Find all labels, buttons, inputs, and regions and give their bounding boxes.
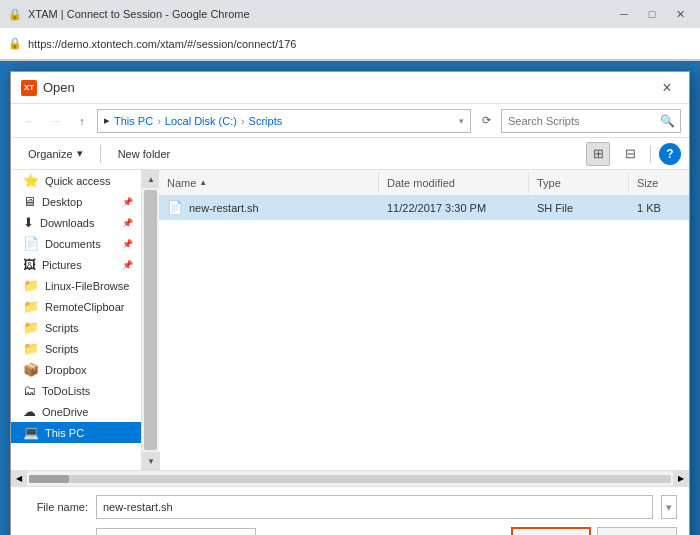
- breadcrumb-thispc[interactable]: This PC: [114, 115, 153, 127]
- thispc-icon: 💻: [23, 425, 39, 440]
- help-button[interactable]: ?: [659, 143, 681, 165]
- browser-addressbar: 🔒 https://demo.xtontech.com/xtam/#/sessi…: [0, 28, 700, 60]
- sidebar-item-scripts-2[interactable]: 📁 Scripts: [11, 338, 141, 359]
- folder-icon-2: 📁: [23, 299, 39, 314]
- sidebar: ⭐ Quick access 🖥 Desktop 📌 ⬇ Downloads 📌: [11, 170, 141, 470]
- hscroll-track: [29, 475, 671, 483]
- sidebar-item-remoteclipboard[interactable]: 📁 RemoteClipboar: [11, 296, 141, 317]
- documents-icon: 📄: [23, 236, 39, 251]
- filename-row: File name: ▾: [23, 495, 677, 519]
- filetype-dropdown[interactable]: All Files ▾: [96, 528, 256, 535]
- nav-bar: ← → ↑ ▸ This PC › Local Disk (C:) › Scri…: [11, 104, 689, 138]
- filename-dropdown-button[interactable]: ▾: [661, 495, 677, 519]
- toolbar-separator-2: [650, 145, 651, 163]
- todo-icon: 🗂: [23, 383, 36, 398]
- pin-icon: 📌: [122, 197, 133, 207]
- filetype-row: All Files ▾ Open Cancel: [23, 527, 677, 535]
- dialog-titlebar: XT Open ×: [11, 72, 689, 104]
- filename-input[interactable]: [96, 495, 653, 519]
- hscroll-right-button[interactable]: ▶: [673, 471, 689, 487]
- footer-actions: Open Cancel: [264, 527, 677, 535]
- sidebar-item-documents[interactable]: 📄 Documents 📌: [11, 233, 141, 254]
- column-size[interactable]: Size: [629, 173, 689, 193]
- search-icon-button[interactable]: 🔍: [655, 114, 680, 128]
- breadcrumb-dropdown-icon[interactable]: ▾: [459, 116, 464, 126]
- desktop-icon: 🖥: [23, 194, 36, 209]
- file-icon: 📄: [167, 200, 183, 215]
- forward-button[interactable]: →: [45, 110, 67, 132]
- sidebar-item-todolists[interactable]: 🗂 ToDoLists: [11, 380, 141, 401]
- organize-button[interactable]: Organize ▾: [19, 143, 92, 164]
- breadcrumb-separator-2: ›: [157, 115, 161, 127]
- sidebar-item-dropbox[interactable]: 📦 Dropbox: [11, 359, 141, 380]
- folder-icon-1: 📁: [23, 278, 39, 293]
- breadcrumb-separator-3: ›: [241, 115, 245, 127]
- organize-arrow-icon: ▾: [77, 147, 83, 160]
- breadcrumb-separator-1: ▸: [104, 114, 110, 127]
- sidebar-item-linux-filebrowse[interactable]: 📁 Linux-FileBrowse: [11, 275, 141, 296]
- sidebar-item-pictures[interactable]: 🖼 Pictures 📌: [11, 254, 141, 275]
- dialog-overlay: XT Open × ← → ↑ ▸ This PC › Local Disk (…: [0, 61, 700, 535]
- horizontal-scrollbar: ◀ ▶: [11, 470, 689, 486]
- table-row[interactable]: 📄 new-restart.sh 11/22/2017 3:30 PM SH F…: [159, 196, 689, 220]
- open-dialog: XT Open × ← → ↑ ▸ This PC › Local Disk (…: [10, 71, 690, 535]
- sidebar-item-desktop[interactable]: 🖥 Desktop 📌: [11, 191, 141, 212]
- sidebar-item-quick-access[interactable]: ⭐ Quick access: [11, 170, 141, 191]
- scroll-up-button[interactable]: ▲: [142, 170, 160, 188]
- sidebar-item-downloads[interactable]: ⬇ Downloads 📌: [11, 212, 141, 233]
- search-input[interactable]: [502, 115, 655, 127]
- quick-access-icon: ⭐: [23, 173, 39, 188]
- folder-icon-3: 📁: [23, 320, 39, 335]
- hscroll-left-button[interactable]: ◀: [11, 471, 27, 487]
- dropbox-icon: 📦: [23, 362, 39, 377]
- search-box: 🔍: [501, 109, 681, 133]
- sidebar-item-label: Downloads: [40, 217, 94, 229]
- file-list: Name ▲ Date modified Type Size 📄: [159, 170, 689, 470]
- column-date[interactable]: Date modified: [379, 173, 529, 193]
- close-button[interactable]: ✕: [668, 5, 692, 23]
- browser-title: 🔒 XTAM | Connect to Session - Google Chr…: [8, 8, 250, 21]
- pin-icon: 📌: [122, 260, 133, 270]
- breadcrumb-scripts[interactable]: Scripts: [249, 115, 283, 127]
- column-name[interactable]: Name ▲: [159, 173, 379, 193]
- sidebar-item-thispc[interactable]: 💻 This PC: [11, 422, 141, 443]
- dialog-title: XT Open: [21, 80, 75, 96]
- sidebar-item-label: This PC: [45, 427, 84, 439]
- view-detail-button[interactable]: ⊞: [586, 142, 610, 166]
- file-name-text: new-restart.sh: [189, 202, 259, 214]
- cancel-button[interactable]: Cancel: [597, 527, 677, 535]
- scroll-down-button[interactable]: ▼: [142, 452, 160, 470]
- sidebar-item-onedrive[interactable]: ☁ OneDrive: [11, 401, 141, 422]
- scroll-thumb: [144, 190, 157, 450]
- back-button[interactable]: ←: [19, 110, 41, 132]
- sidebar-item-scripts-1[interactable]: 📁 Scripts: [11, 317, 141, 338]
- main-area: ⭐ Quick access 🖥 Desktop 📌 ⬇ Downloads 📌: [11, 170, 689, 470]
- page-favicon: 🔒: [8, 8, 22, 21]
- breadcrumb-localdisk[interactable]: Local Disk (C:): [165, 115, 237, 127]
- minimize-button[interactable]: ─: [612, 5, 636, 23]
- open-button[interactable]: Open: [511, 527, 591, 535]
- downloads-icon: ⬇: [23, 215, 34, 230]
- maximize-button[interactable]: □: [640, 5, 664, 23]
- up-button[interactable]: ↑: [71, 110, 93, 132]
- pictures-icon: 🖼: [23, 257, 36, 272]
- view-list-button[interactable]: ⊟: [618, 142, 642, 166]
- refresh-button[interactable]: ⟳: [475, 110, 497, 132]
- address-url[interactable]: https://demo.xtontech.com/xtam/#/session…: [28, 38, 692, 50]
- sidebar-item-label: Desktop: [42, 196, 82, 208]
- new-folder-button[interactable]: New folder: [109, 144, 180, 164]
- sidebar-item-label: Dropbox: [45, 364, 87, 376]
- file-list-header: Name ▲ Date modified Type Size: [159, 170, 689, 196]
- dialog-close-button[interactable]: ×: [655, 76, 679, 100]
- hscroll-thumb: [29, 475, 69, 483]
- onedrive-icon: ☁: [23, 404, 36, 419]
- sidebar-item-label: Documents: [45, 238, 101, 250]
- column-type[interactable]: Type: [529, 173, 629, 193]
- organize-label: Organize: [28, 148, 73, 160]
- new-folder-label: New folder: [118, 148, 171, 160]
- file-cell-type: SH File: [529, 199, 629, 217]
- browser-title-text: XTAM | Connect to Session - Google Chrom…: [28, 8, 250, 20]
- file-cell-date: 11/22/2017 3:30 PM: [379, 199, 529, 217]
- browser-controls: ─ □ ✕: [612, 5, 692, 23]
- pin-icon: 📌: [122, 239, 133, 249]
